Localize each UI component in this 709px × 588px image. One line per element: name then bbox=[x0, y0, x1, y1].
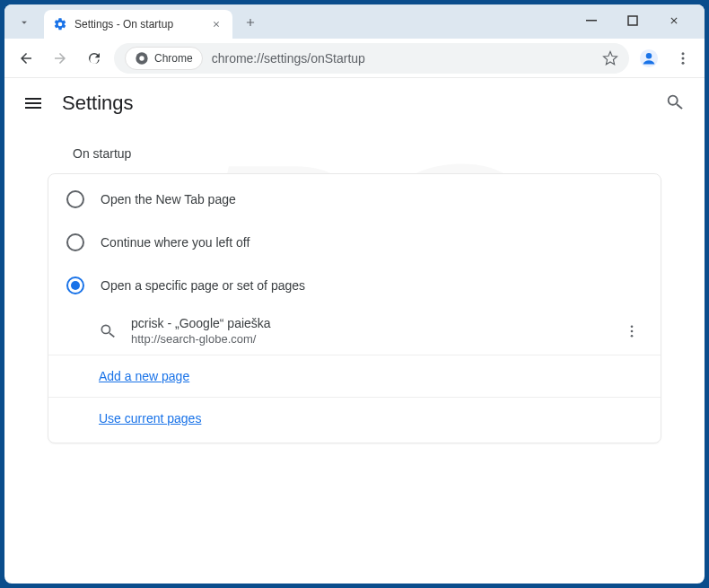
svg-rect-0 bbox=[586, 20, 597, 22]
browser-toolbar: Chrome chrome://settings/onStartup bbox=[4, 39, 705, 78]
svg-point-6 bbox=[682, 52, 685, 55]
use-current-row[interactable]: Use current pages bbox=[48, 398, 661, 439]
tab-search-dropdown[interactable] bbox=[12, 10, 37, 35]
add-page-link[interactable]: Add a new page bbox=[99, 369, 189, 383]
settings-content: On startup Open the New Tab page Continu… bbox=[4, 128, 705, 584]
radio-label: Open a specific page or set of pages bbox=[101, 278, 305, 293]
radio-label: Continue where you left off bbox=[101, 235, 249, 250]
search-settings-icon[interactable] bbox=[665, 92, 687, 114]
startup-card: Open the New Tab page Continue where you… bbox=[48, 173, 661, 443]
back-button[interactable] bbox=[12, 44, 40, 73]
page-info: pcrisk - „Google“ paieška http://search-… bbox=[131, 316, 607, 346]
section-label: On startup bbox=[73, 146, 661, 161]
svg-point-3 bbox=[139, 56, 144, 60]
bookmark-star-icon[interactable] bbox=[602, 50, 618, 66]
browser-tab[interactable]: Settings - On startup bbox=[44, 10, 232, 39]
maximize-button[interactable] bbox=[620, 8, 645, 33]
chrome-chip[interactable]: Chrome bbox=[125, 47, 203, 70]
radio-label: Open the New Tab page bbox=[101, 192, 236, 206]
radio-option-continue[interactable]: Continue where you left off bbox=[48, 221, 661, 264]
page-url-text: http://search-globe.com/ bbox=[131, 332, 607, 346]
url-text: chrome://settings/onStartup bbox=[212, 51, 593, 66]
svg-point-5 bbox=[646, 53, 652, 58]
forward-button[interactable] bbox=[46, 44, 74, 73]
radio-icon-selected bbox=[66, 276, 84, 294]
browser-menu-button[interactable] bbox=[669, 44, 697, 73]
svg-point-10 bbox=[631, 329, 634, 332]
radio-option-newtab[interactable]: Open the New Tab page bbox=[48, 178, 661, 221]
startup-page-row: pcrisk - „Google“ paieška http://search-… bbox=[48, 307, 661, 355]
tab-title: Settings - On startup bbox=[74, 18, 202, 31]
close-window-button[interactable] bbox=[661, 8, 687, 33]
minimize-button[interactable] bbox=[579, 8, 604, 33]
svg-point-8 bbox=[682, 61, 685, 64]
svg-point-11 bbox=[631, 334, 634, 337]
gear-icon bbox=[53, 17, 67, 31]
radio-icon bbox=[66, 233, 84, 251]
new-tab-button[interactable] bbox=[238, 10, 263, 35]
reload-button[interactable] bbox=[80, 44, 109, 73]
add-page-row[interactable]: Add a new page bbox=[48, 355, 661, 398]
radio-option-specific[interactable]: Open a specific page or set of pages bbox=[48, 264, 661, 307]
address-bar[interactable]: Chrome chrome://settings/onStartup bbox=[114, 43, 629, 74]
page-title: Settings bbox=[62, 92, 134, 115]
close-tab-icon[interactable] bbox=[209, 17, 223, 31]
profile-avatar[interactable] bbox=[635, 44, 663, 73]
use-current-link[interactable]: Use current pages bbox=[99, 411, 201, 426]
radio-icon bbox=[66, 190, 84, 208]
search-icon bbox=[99, 322, 117, 340]
tab-bar: Settings - On startup bbox=[4, 4, 705, 39]
svg-rect-1 bbox=[628, 16, 637, 25]
page-overflow-menu[interactable] bbox=[621, 320, 643, 342]
window-controls bbox=[579, 8, 697, 33]
chrome-chip-label: Chrome bbox=[154, 52, 193, 65]
svg-point-9 bbox=[631, 325, 634, 328]
page-title-text: pcrisk - „Google“ paieška bbox=[131, 316, 607, 330]
settings-header: Settings bbox=[4, 78, 705, 128]
svg-point-7 bbox=[682, 57, 685, 59]
menu-icon[interactable] bbox=[22, 92, 44, 114]
